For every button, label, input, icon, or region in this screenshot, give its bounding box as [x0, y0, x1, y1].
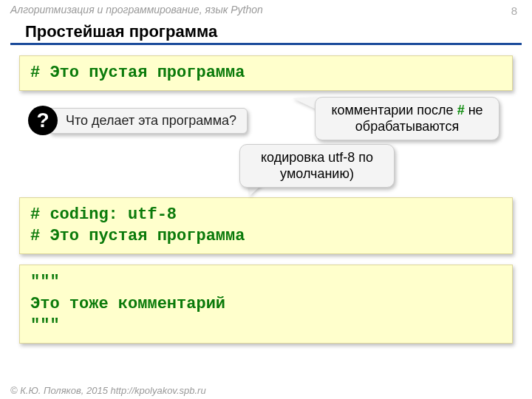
- callout-tail-1: [293, 97, 318, 110]
- title-divider: Простейшая программа: [10, 19, 522, 45]
- code-block-2: # coding: utf-8 # Это пустая программа: [19, 197, 513, 254]
- question-row: ? Что делает эта программа? комментарии …: [19, 101, 513, 153]
- content-area: # Это пустая программа ? Что делает эта …: [0, 55, 532, 344]
- page-number: 8: [511, 4, 517, 17]
- callout-hash-comment: комментарии после # не обрабатываются: [315, 97, 499, 140]
- hash-symbol: #: [457, 103, 465, 117]
- callout-text-before: комментарии после: [331, 103, 457, 117]
- code-block-3: """ Это тоже комментарий """: [19, 265, 513, 344]
- question-mark-icon: ?: [28, 106, 58, 135]
- code-block-1: # Это пустая программа: [19, 55, 513, 91]
- callout-encoding: кодировка utf-8 по умолчанию): [239, 144, 395, 188]
- page-title: Простейшая программа: [25, 22, 507, 41]
- question-bubble: Что делает эта программа?: [49, 108, 248, 134]
- header-course: Алгоритмизация и программирование, язык …: [0, 0, 532, 19]
- footer-copyright: © К.Ю. Поляков, 2015 http://kpolyakov.sp…: [0, 381, 532, 399]
